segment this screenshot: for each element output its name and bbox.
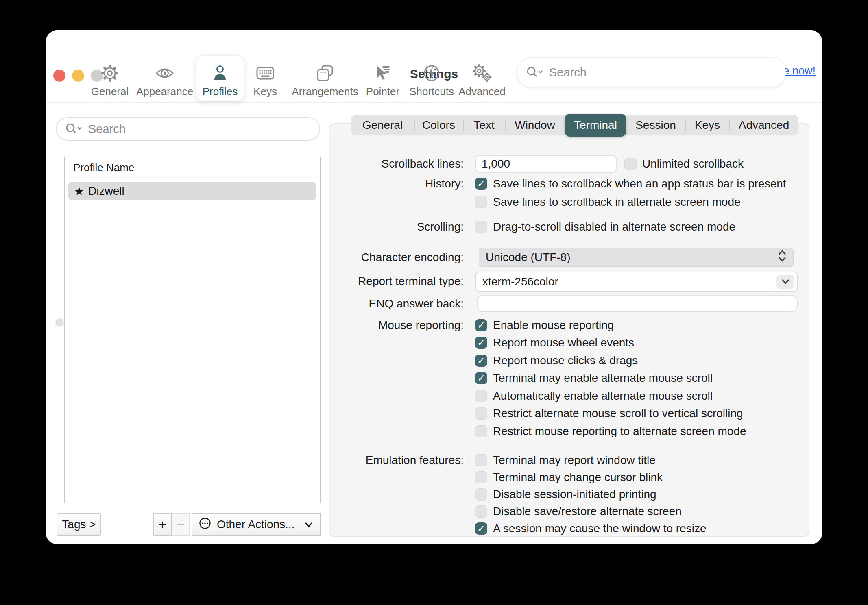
toolbar-item-appearance[interactable]: Appearance — [141, 56, 188, 101]
enq-answer-back-input[interactable] — [477, 295, 798, 312]
profile-name: Dizwell — [88, 185, 124, 198]
settings-window: Settings Support the creator of iTerm2 –… — [46, 30, 822, 544]
checkbox-label[interactable]: Enable mouse reporting — [493, 319, 614, 332]
checkbox-label[interactable]: Disable save/restore alternate screen — [493, 505, 682, 518]
checkbox-label[interactable]: Report mouse clicks & drags — [493, 354, 638, 367]
combo-dropdown-button[interactable] — [776, 275, 794, 289]
scrolling-label: Scrolling: — [338, 218, 464, 236]
checkbox-row: Restrict mouse reporting to alternate sc… — [475, 422, 746, 440]
toolbar-item-profiles[interactable]: Profiles — [196, 56, 244, 101]
desktop-background: Settings Support the creator of iTerm2 –… — [0, 0, 868, 605]
toolbar-item-arrangements[interactable]: Arrangements — [301, 56, 349, 101]
other-actions-label: Other Actions... — [217, 518, 294, 531]
toolbar-label: Keys — [253, 85, 277, 98]
header-divider — [65, 178, 320, 178]
save-lines-statusbar-checkbox[interactable] — [475, 178, 487, 190]
report-mouse-clicks-checkbox[interactable] — [475, 355, 487, 367]
checkbox-row: A session may cause the window to resize — [475, 520, 706, 538]
session-resize-window-checkbox[interactable] — [475, 522, 487, 535]
minimize-button[interactable] — [72, 70, 84, 82]
checkbox-label[interactable]: Terminal may report window title — [493, 454, 656, 467]
mouse-reporting-label: Mouse reporting: — [338, 316, 464, 334]
tab-colors[interactable]: Colors — [414, 115, 463, 135]
profile-list: Profile Name ★ Dizwell — [64, 157, 321, 503]
checkbox-label[interactable]: Terminal may change cursor blink — [493, 471, 663, 484]
splitter-handle[interactable] — [55, 318, 64, 327]
cursor-icon — [373, 64, 392, 83]
tab-window[interactable]: Window — [505, 115, 565, 135]
report-window-title-checkbox[interactable] — [475, 454, 487, 466]
gears-icon — [472, 64, 492, 83]
tab-general[interactable]: General — [351, 115, 414, 135]
toolbar-label: General — [91, 85, 129, 98]
disable-save-restore-checkbox[interactable] — [475, 505, 487, 518]
toolbar-item-advanced[interactable]: Advanced — [458, 56, 506, 101]
report-mouse-wheel-checkbox[interactable] — [475, 337, 487, 349]
tab-text[interactable]: Text — [463, 115, 505, 135]
terminal-type-combobox[interactable]: xterm-256color — [475, 272, 798, 292]
tab-advanced[interactable]: Advanced — [729, 115, 798, 135]
checkbox-label[interactable]: Drag-to-scroll disabled in alternate scr… — [493, 220, 735, 233]
checkbox-row: Report mouse clicks & drags — [475, 352, 638, 370]
unlimited-scrollback-checkbox[interactable] — [624, 158, 637, 170]
toolbar-item-pointer[interactable]: Pointer — [359, 56, 406, 101]
add-profile-button[interactable]: + — [153, 513, 172, 536]
tags-button[interactable]: Tags > — [57, 513, 101, 536]
profile-row-dizwell[interactable]: ★ Dizwell — [68, 182, 316, 200]
toolbar-item-keys[interactable]: Keys — [242, 56, 289, 101]
remove-profile-button[interactable]: − — [172, 513, 190, 536]
enq-answer-back-label: ENQ answer back: — [338, 295, 464, 313]
character-encoding-popup[interactable]: Unicode (UTF-8) — [479, 248, 794, 267]
history-label: History: — [338, 175, 464, 193]
restrict-mouse-reporting-checkbox[interactable] — [475, 425, 487, 437]
auto-alt-mouse-scroll-checkbox[interactable] — [475, 390, 487, 402]
disable-printing-checkbox[interactable] — [475, 488, 487, 501]
change-cursor-blink-checkbox[interactable] — [475, 471, 487, 483]
close-button[interactable] — [53, 70, 65, 82]
checkbox-row: Disable save/restore alternate screen — [475, 503, 682, 520]
toolbar-label: Appearance — [136, 85, 193, 98]
checkbox-label[interactable]: Save lines to scrollback when an app sta… — [493, 177, 786, 190]
toolbar-label: Advanced — [458, 85, 506, 98]
toolbar-search-input[interactable] — [549, 58, 777, 87]
checkbox-label[interactable]: A session may cause the window to resize — [493, 522, 706, 535]
toolbar-search — [517, 58, 786, 87]
checkbox-label[interactable]: Restrict mouse reporting to alternate sc… — [493, 425, 746, 438]
checkbox-row: Terminal may change cursor blink — [475, 468, 663, 486]
tab-terminal[interactable]: Terminal — [565, 114, 626, 137]
popup-value: Unicode (UTF-8) — [486, 251, 570, 264]
checkbox-label[interactable]: Save lines to scrollback in alternate sc… — [493, 196, 741, 209]
keyboard-icon — [255, 64, 275, 83]
toolbar-divider — [46, 102, 822, 103]
restrict-alt-scroll-vertical-checkbox[interactable] — [475, 407, 487, 420]
scrollback-lines-input[interactable] — [475, 155, 617, 173]
checkbox-row: Automatically enable alternate mouse scr… — [475, 387, 713, 405]
tab-session[interactable]: Session — [626, 115, 685, 135]
profile-search-input[interactable] — [88, 118, 316, 140]
checkbox-label[interactable]: Unlimited scrollback — [642, 157, 744, 170]
windows-icon — [316, 64, 334, 83]
person-icon — [211, 64, 229, 83]
tab-keys[interactable]: Keys — [685, 115, 729, 135]
toolbar-item-shortcuts[interactable]: Shortcuts — [408, 56, 455, 101]
checkbox-row: Save lines to scrollback when an app sta… — [475, 175, 786, 193]
checkbox-row: Disable session-initiated printing — [475, 485, 656, 503]
toolbar-item-general[interactable]: General — [86, 56, 133, 101]
checkbox-label[interactable]: Restrict alternate mouse scroll to verti… — [493, 407, 743, 420]
checkbox-label[interactable]: Terminal may enable alternate mouse scro… — [493, 372, 713, 385]
lightning-icon — [422, 64, 441, 83]
profile-name-column-header[interactable]: Profile Name — [65, 157, 320, 178]
report-terminal-type-label: Report terminal type: — [338, 272, 464, 290]
save-lines-altscreen-checkbox[interactable] — [475, 196, 487, 208]
other-actions-dropdown[interactable]: Other Actions... — [192, 513, 321, 536]
scrollback-lines-label: Scrollback lines: — [338, 155, 464, 173]
checkbox-label[interactable]: Disable session-initiated printing — [493, 488, 656, 501]
checkbox-row: Restrict alternate mouse scroll to verti… — [475, 405, 743, 422]
terminal-alt-mouse-scroll-checkbox[interactable] — [475, 372, 487, 384]
toolbar-label: Profiles — [203, 85, 238, 98]
checkbox-row: Enable mouse reporting — [475, 316, 614, 334]
drag-to-scroll-checkbox[interactable] — [475, 221, 487, 233]
checkbox-label[interactable]: Automatically enable alternate mouse scr… — [493, 390, 713, 403]
checkbox-label[interactable]: Report mouse wheel events — [493, 336, 634, 349]
enable-mouse-reporting-checkbox[interactable] — [475, 319, 487, 331]
